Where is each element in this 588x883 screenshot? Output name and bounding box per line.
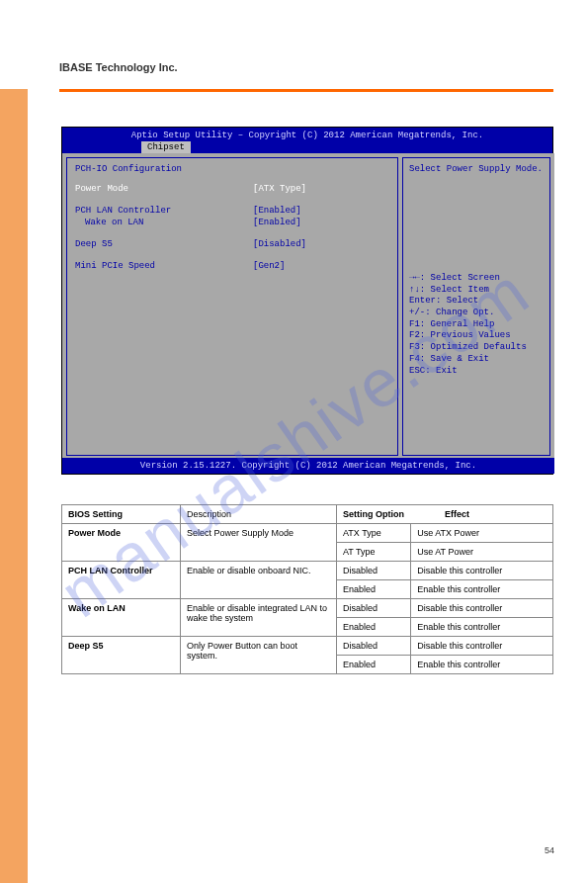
bios-key-hint: ESC: Exit — [409, 366, 544, 378]
bios-label: Wake on LAN — [75, 218, 253, 227]
bios-value: [Enabled] — [253, 218, 301, 227]
td: Wake on LAN — [62, 599, 181, 637]
th: Effect — [445, 509, 546, 519]
bios-right-panel: Select Power Supply Mode. →←: Select Scr… — [402, 157, 550, 456]
bios-label: Mini PCIe Speed — [75, 261, 253, 271]
th: Description — [181, 505, 337, 524]
page-number: 54 — [545, 845, 554, 855]
td: Disabled — [337, 637, 411, 656]
bios-label: Deep S5 — [75, 239, 253, 249]
bios-value: [Enabled] — [253, 206, 301, 216]
table-row: Power Mode Select Power Supply Mode ATX … — [62, 524, 553, 543]
table-row: PCH LAN Controller Enable or disable onb… — [62, 562, 553, 580]
bios-footer: Version 2.15.1227. Copyright (C) 2012 Am… — [62, 458, 554, 474]
bios-body: PCH-IO Configuration Power Mode [ATX Typ… — [62, 153, 554, 460]
td: Disable this controller — [411, 637, 553, 656]
bios-key-hint: F3: Optimized Defaults — [409, 342, 544, 354]
td: ATX Type — [337, 524, 411, 543]
bios-key-hint: →←: Select Screen — [409, 273, 544, 285]
bios-row-wol[interactable]: Wake on LAN [Enabled] — [75, 218, 389, 227]
td: Only Power Button can boot system. — [181, 637, 337, 674]
td: Deep S5 — [62, 637, 181, 674]
bios-row-mini-pcie[interactable]: Mini PCIe Speed [Gen2] — [75, 261, 389, 271]
bios-key-hint: ↑↓: Select Item — [409, 285, 544, 297]
td: Enable or disable integrated LAN to wake… — [181, 599, 337, 637]
bios-tab-chipset[interactable]: Chipset — [141, 141, 191, 153]
td: Enable this controller — [411, 618, 553, 637]
bios-left-panel: PCH-IO Configuration Power Mode [ATX Typ… — [66, 157, 398, 456]
bios-key-hint: F1: General Help — [409, 319, 544, 331]
table-row: Wake on LAN Enable or disable integrated… — [62, 599, 553, 618]
bios-row-pch-lan[interactable]: PCH LAN Controller [Enabled] — [75, 206, 389, 216]
td: PCH LAN Controller — [62, 562, 181, 599]
td: Enabled — [337, 618, 411, 637]
td: Enable or disable onboard NIC. — [181, 562, 337, 599]
bios-value: [Gen2] — [253, 261, 285, 271]
td: Use AT Power — [411, 543, 553, 562]
bios-key-hint: +/-: Change Opt. — [409, 308, 544, 319]
td: Power Mode — [62, 524, 181, 562]
bios-row-deep-s5[interactable]: Deep S5 [Disabled] — [75, 239, 389, 249]
bios-label: Power Mode — [75, 184, 253, 194]
td: Disable this controller — [411, 599, 553, 618]
bios-setup-window: Aptio Setup Utility – Copyright (C) 2012… — [61, 127, 553, 475]
bios-value: [Disabled] — [253, 239, 306, 249]
th: Setting Option — [343, 509, 445, 519]
bios-key-hint: F2: Previous Values — [409, 330, 544, 342]
td: Use ATX Power — [411, 524, 553, 543]
bios-row-power-mode[interactable]: Power Mode [ATX Type] — [75, 184, 389, 194]
td: Disabled — [337, 599, 411, 618]
bios-key-hint: Enter: Select — [409, 296, 544, 308]
bios-title: Aptio Setup Utility – Copyright (C) 2012… — [62, 128, 552, 141]
bios-value: [ATX Type] — [253, 184, 306, 194]
table-row: Deep S5 Only Power Button can boot syste… — [62, 637, 553, 656]
header-rule — [59, 89, 553, 92]
page-heading: IBASE Technology Inc. — [59, 61, 178, 73]
td: Enable this controller — [411, 656, 553, 674]
bios-section-label: PCH-IO Configuration — [75, 164, 389, 174]
sidebar-accent — [0, 89, 28, 883]
bios-key-hint: F4: Save & Exit — [409, 354, 544, 366]
config-table: BIOS Setting Description Setting Option … — [61, 504, 553, 674]
td: Enabled — [337, 656, 411, 674]
td: Select Power Supply Mode — [181, 524, 337, 562]
td: Disable this controller — [411, 562, 553, 580]
th: BIOS Setting — [62, 505, 181, 524]
bios-keys: →←: Select Screen ↑↓: Select Item Enter:… — [409, 273, 544, 377]
td: Enabled — [337, 580, 411, 599]
bios-help-text: Select Power Supply Mode. — [409, 164, 544, 174]
td: Enable this controller — [411, 580, 553, 599]
bios-label: PCH LAN Controller — [75, 206, 253, 216]
td: Disabled — [337, 562, 411, 580]
td: AT Type — [337, 543, 411, 562]
table-header-row: BIOS Setting Description Setting Option … — [62, 505, 553, 524]
